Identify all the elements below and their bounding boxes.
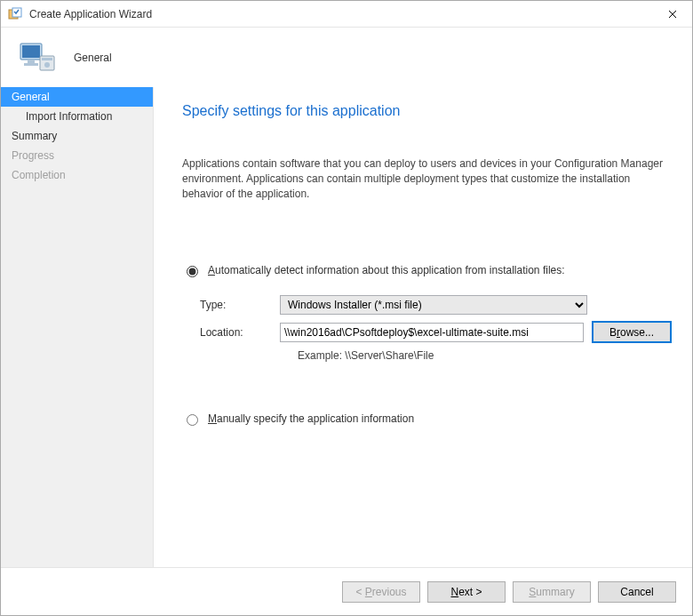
computer-icon — [15, 36, 58, 79]
svg-rect-7 — [42, 58, 52, 60]
type-select[interactable]: Windows Installer (*.msi file) — [280, 295, 587, 315]
radio-manual[interactable] — [187, 414, 198, 426]
svg-rect-5 — [24, 63, 38, 66]
sidebar: General Import Information Summary Progr… — [1, 87, 154, 567]
radio-manual-label[interactable]: Manually specify the application informa… — [208, 412, 414, 425]
wizard-header: General — [1, 28, 692, 87]
sidebar-item-general[interactable]: General — [1, 87, 153, 107]
sidebar-item-completion: Completion — [1, 165, 153, 185]
content-pane: Specify settings for this application Ap… — [154, 87, 692, 567]
previous-button: < Previous — [342, 581, 420, 603]
header-page-name: General — [74, 52, 112, 64]
sidebar-item-progress: Progress — [1, 146, 153, 165]
svg-point-8 — [44, 62, 50, 68]
wizard-footer: < Previous Next > Summary Cancel — [1, 567, 692, 615]
page-heading: Specify settings for this application — [182, 103, 671, 119]
type-label: Type: — [200, 299, 280, 311]
summary-button: Summary — [513, 581, 591, 603]
svg-rect-3 — [22, 45, 40, 58]
titlebar: Create Application Wizard — [1, 1, 692, 28]
cancel-button[interactable]: Cancel — [598, 581, 676, 603]
auto-detect-form: Type: Windows Installer (*.msi file) Loc… — [200, 295, 671, 362]
type-row: Type: Windows Installer (*.msi file) — [200, 295, 671, 315]
location-row: Location: Browse... — [200, 322, 671, 342]
close-button[interactable] — [652, 1, 692, 28]
location-input[interactable] — [280, 323, 584, 342]
wizard-body: General Import Information Summary Progr… — [1, 87, 692, 567]
radio-manual-row: Manually specify the application informa… — [182, 412, 671, 426]
radio-auto-detect-label[interactable]: Automatically detect information about t… — [208, 264, 565, 276]
location-example: Example: \\Server\Share\File — [298, 349, 671, 362]
browse-button[interactable]: Browse... — [593, 322, 671, 342]
sidebar-item-import-information[interactable]: Import Information — [1, 107, 153, 126]
window-title: Create Application Wizard — [29, 8, 652, 20]
location-label: Location: — [200, 326, 280, 339]
radio-auto-detect-row: Automatically detect information about t… — [182, 263, 671, 277]
next-button[interactable]: Next > — [427, 581, 506, 603]
app-icon — [8, 7, 22, 21]
sidebar-item-summary[interactable]: Summary — [1, 126, 153, 146]
radio-auto-detect[interactable] — [187, 266, 198, 277]
page-description: Applications contain software that you c… — [182, 156, 671, 201]
svg-rect-4 — [28, 60, 35, 63]
